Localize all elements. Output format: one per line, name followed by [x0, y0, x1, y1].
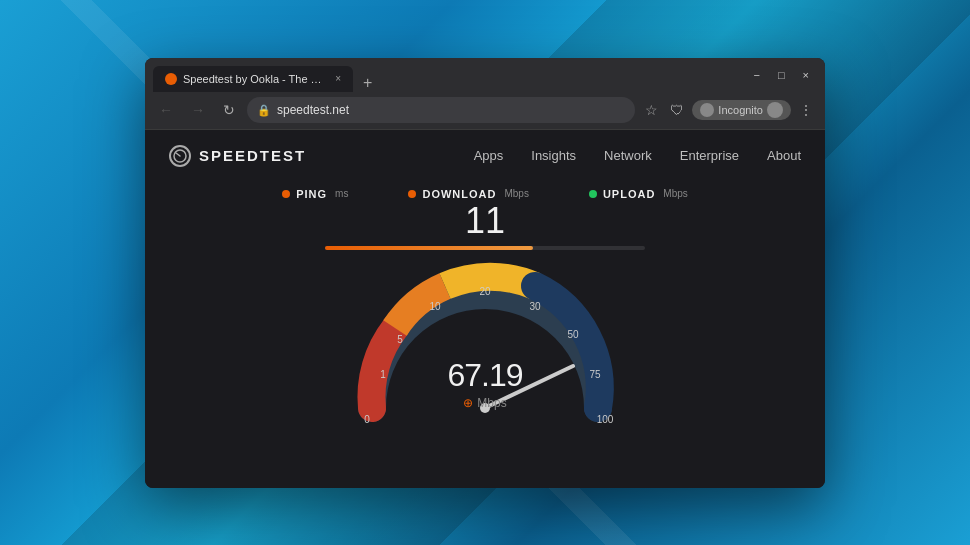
svg-text:100: 100	[597, 414, 614, 425]
speedtest-nav-links: Apps Insights Network Enterprise About	[474, 148, 801, 163]
window-controls: − □ ×	[745, 67, 817, 83]
svg-text:10: 10	[429, 301, 441, 312]
upload-label: UPLOAD	[603, 188, 655, 200]
incognito-label: Incognito	[718, 104, 763, 116]
star-button[interactable]: ☆	[641, 98, 662, 122]
speedtest-logo-icon	[169, 145, 191, 167]
download-unit: Mbps	[504, 188, 528, 199]
speedtest-logo: SPEEDTEST	[169, 145, 306, 167]
tab-close-button[interactable]: ×	[335, 73, 341, 84]
url-bar[interactable]: 🔒 speedtest.net	[247, 97, 635, 123]
download-dot	[408, 190, 416, 198]
speedtest-nav: SPEEDTEST Apps Insights Network Enterpri…	[145, 130, 825, 182]
gauge-center-value: 67.19 ⊕ Mbps	[447, 357, 522, 410]
tabs-area: Speedtest by Ookla - The Glob... × +	[153, 58, 745, 92]
svg-text:20: 20	[479, 286, 491, 297]
maximize-button[interactable]: □	[770, 67, 793, 83]
user-avatar	[767, 102, 783, 118]
address-actions: ☆ 🛡 Incognito ⋮	[641, 98, 817, 122]
speedtest-logo-text: SPEEDTEST	[199, 147, 306, 164]
incognito-badge: Incognito	[692, 100, 791, 120]
ping-stat: PING ms	[282, 188, 348, 200]
gauge-unit-row: ⊕ Mbps	[447, 396, 522, 410]
svg-text:5: 5	[397, 334, 403, 345]
nav-link-apps[interactable]: Apps	[474, 148, 504, 163]
svg-text:1: 1	[380, 369, 386, 380]
nav-link-insights[interactable]: Insights	[531, 148, 576, 163]
stats-row: PING ms DOWNLOAD Mbps UPLOAD Mbps	[282, 188, 688, 200]
page-content: SPEEDTEST Apps Insights Network Enterpri…	[145, 130, 825, 488]
gauge-container: 0 1 5 10 20 30 50 75 100 67.19	[345, 248, 625, 438]
ping-dot	[282, 190, 290, 198]
nav-link-network[interactable]: Network	[604, 148, 652, 163]
upload-unit: Mbps	[663, 188, 687, 199]
title-bar: Speedtest by Ookla - The Glob... × + − □…	[145, 58, 825, 92]
svg-text:30: 30	[529, 301, 541, 312]
browser-window: Speedtest by Ookla - The Glob... × + − □…	[145, 58, 825, 488]
close-button[interactable]: ×	[795, 67, 817, 83]
svg-text:0: 0	[364, 414, 370, 425]
incognito-icon	[700, 103, 714, 117]
minimize-button[interactable]: −	[745, 67, 767, 83]
tab-favicon	[165, 73, 177, 85]
ping-value: 11	[465, 200, 505, 242]
nav-link-enterprise[interactable]: Enterprise	[680, 148, 739, 163]
url-text: speedtest.net	[277, 103, 349, 117]
speedtest-main: PING ms DOWNLOAD Mbps UPLOAD Mbps 11	[145, 182, 825, 488]
svg-text:75: 75	[589, 369, 601, 380]
ping-label: PING	[296, 188, 327, 200]
lock-icon: 🔒	[257, 104, 271, 117]
upload-dot	[589, 190, 597, 198]
gauge-number: 67.19	[447, 357, 522, 393]
upload-stat: UPLOAD Mbps	[589, 188, 688, 200]
address-bar: ← → ↻ 🔒 speedtest.net ☆ 🛡 Incognito ⋮	[145, 92, 825, 130]
back-button[interactable]: ←	[153, 98, 179, 122]
svg-text:50: 50	[567, 329, 579, 340]
active-tab[interactable]: Speedtest by Ookla - The Glob... ×	[153, 66, 353, 92]
download-label: DOWNLOAD	[422, 188, 496, 200]
nav-link-about[interactable]: About	[767, 148, 801, 163]
new-tab-button[interactable]: +	[357, 74, 378, 92]
shield-button[interactable]: 🛡	[666, 98, 688, 122]
download-stat: DOWNLOAD Mbps	[408, 188, 528, 200]
refresh-button[interactable]: ↻	[217, 98, 241, 122]
tab-title: Speedtest by Ookla - The Glob...	[183, 73, 329, 85]
forward-button[interactable]: →	[185, 98, 211, 122]
menu-button[interactable]: ⋮	[795, 98, 817, 122]
download-icon: ⊕	[463, 396, 473, 410]
gauge-unit: Mbps	[477, 396, 506, 410]
ping-unit: ms	[335, 188, 348, 199]
